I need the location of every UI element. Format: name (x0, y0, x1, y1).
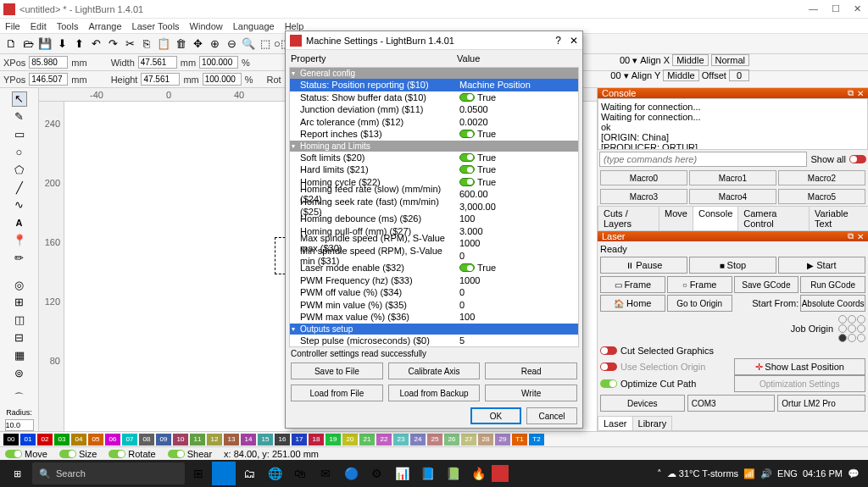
notifications-icon[interactable]: 💬 (848, 468, 860, 479)
polygon-tool-icon[interactable]: ⬠ (12, 162, 27, 177)
calibrate-axis-button[interactable]: Calibrate Axis (388, 362, 481, 379)
new-icon[interactable]: 🗋 (3, 36, 19, 52)
read-button[interactable]: Read (485, 362, 577, 379)
move-toggle[interactable] (5, 450, 22, 458)
pen-tool-icon[interactable]: ✏ (12, 250, 27, 265)
device-select[interactable]: Ortur LM2 Pro (777, 395, 865, 412)
setting-row[interactable]: PWM min value (%) ($35)0 (290, 299, 578, 312)
settings-icon[interactable]: ⚙ (364, 462, 388, 485)
align-y-select[interactable]: Middle (663, 69, 698, 81)
start-from-select[interactable]: Absolute Coords (800, 295, 865, 312)
taskbar-search[interactable]: 🔍 Search (32, 462, 185, 484)
select-rect-icon[interactable]: ⬚ (258, 36, 273, 52)
colour-swatch-15[interactable]: 15 (258, 434, 273, 445)
menu-tools[interactable]: Tools (57, 21, 79, 31)
array-tool-icon[interactable]: ⊟ (12, 330, 27, 346)
copy-icon[interactable]: ⎘ (139, 36, 154, 52)
setting-row[interactable]: Hard limits ($21)True (290, 163, 578, 176)
panel-close-icon[interactable]: ✕ (857, 89, 864, 98)
paste-icon[interactable]: 📋 (156, 36, 171, 52)
menu-edit[interactable]: Edit (31, 21, 47, 31)
menu-laser-tools[interactable]: Laser Tools (132, 21, 180, 31)
colour-swatch-02[interactable]: 02 (37, 434, 53, 445)
macro-button-5[interactable]: Macro5 (778, 189, 865, 204)
setting-row[interactable]: Soft limits ($20)True (290, 152, 578, 164)
move-icon[interactable]: ✥ (190, 36, 205, 52)
stop-button[interactable]: ■ Stop (689, 257, 776, 274)
macro-button-1[interactable]: Macro1 (689, 170, 776, 185)
size-toggle[interactable] (59, 450, 76, 458)
setting-row[interactable]: PWM max value (%) ($36)100 (290, 311, 578, 324)
colour-swatch-00[interactable]: 00 (3, 434, 19, 445)
go-origin-button[interactable]: Go to Origin (667, 295, 732, 312)
show-last-button[interactable]: ✛ Show Last Position (734, 358, 866, 375)
home-button[interactable]: 🏠 Home (600, 295, 665, 312)
height-input[interactable] (141, 73, 180, 86)
chrome-icon[interactable]: 🔵 (339, 462, 363, 485)
setting-row[interactable]: Min spindle speed (RPM), S-Value min ($3… (290, 250, 578, 263)
select-tool-icon[interactable]: ↖ (12, 91, 27, 107)
colour-swatch-08[interactable]: 08 (139, 434, 154, 445)
lightburn-taskbar-icon[interactable] (492, 465, 509, 482)
tab-console[interactable]: Console (693, 206, 738, 230)
section-header[interactable]: Homing and Limits (290, 141, 578, 152)
colour-swatch-26[interactable]: 26 (444, 434, 459, 445)
curve-tool-icon[interactable]: ∿ (12, 197, 27, 213)
colour-swatch-T1[interactable]: T1 (512, 434, 527, 445)
marker-tool-icon[interactable]: 📍 (12, 233, 27, 248)
rectangle-tool-icon[interactable]: ▭ (12, 127, 27, 142)
close-button[interactable]: ✕ (854, 3, 861, 14)
radius-input[interactable] (5, 419, 34, 431)
setting-row[interactable]: Status: Position reporting ($10)Machine … (290, 79, 578, 91)
line-tool-icon[interactable]: ╱ (12, 180, 27, 195)
job-origin-grid[interactable] (838, 315, 865, 342)
setting-row[interactable]: Report inches ($13)True (290, 128, 578, 141)
macro-button-2[interactable]: Macro2 (778, 170, 865, 185)
oframe-button[interactable]: ○ Frame (667, 276, 732, 293)
taskbar-app-icon[interactable] (212, 462, 236, 485)
com-select[interactable]: COM3 (687, 395, 776, 412)
colour-swatch-17[interactable]: 17 (292, 434, 307, 445)
setting-row[interactable]: Junction deviation (mm) ($11)0.0500 (290, 103, 578, 116)
menu-file[interactable]: File (5, 21, 20, 31)
width-input[interactable] (138, 56, 177, 69)
macro-button-0[interactable]: Macro0 (600, 170, 687, 185)
console-output[interactable]: Waiting for connection...Waiting for con… (598, 98, 868, 150)
zoom-in-icon[interactable]: ⊕ (207, 36, 222, 52)
section-header[interactable]: Outputs setup (290, 324, 578, 335)
colour-swatch-11[interactable]: 11 (190, 434, 205, 445)
weather[interactable]: ☁ 31°C T-storms (667, 468, 738, 479)
colour-swatch-24[interactable]: 24 (410, 434, 426, 445)
tab-move[interactable]: Move (659, 206, 693, 230)
setting-row[interactable]: Step pulse (microseconds) ($0)5 (290, 335, 578, 347)
colour-swatch-09[interactable]: 09 (156, 434, 171, 445)
setting-row[interactable]: PWM off value (%) ($34)0 (290, 286, 578, 299)
opt-settings-button[interactable]: Optimization Settings (734, 375, 866, 392)
console-panel-header[interactable]: Console ⧉ ✕ (598, 88, 868, 98)
colour-swatch-25[interactable]: 25 (427, 434, 442, 445)
ypos-input[interactable] (29, 73, 68, 86)
colour-swatch-16[interactable]: 16 (275, 434, 290, 445)
import-icon[interactable]: ⬇ (54, 36, 70, 52)
undo-icon[interactable]: ↶ (88, 36, 103, 52)
colour-swatch-13[interactable]: 13 (224, 434, 239, 445)
colour-swatch-05[interactable]: 05 (88, 434, 103, 445)
text-tool-icon[interactable]: A (12, 215, 27, 230)
cut-icon[interactable]: ✂ (122, 36, 137, 52)
tab-camera-control[interactable]: Camera Control (737, 206, 810, 230)
circular-array-icon[interactable]: ⊚ (12, 365, 27, 380)
colour-swatch-06[interactable]: 06 (105, 434, 120, 445)
normal-select[interactable]: Normal (711, 54, 749, 66)
write-button[interactable]: Write (485, 385, 577, 401)
colour-swatch-21[interactable]: 21 (359, 434, 375, 445)
setting-row[interactable]: Homing seek rate (fast) (mm/min) ($25)3,… (290, 201, 578, 213)
tab-library[interactable]: Library (632, 416, 673, 430)
devices-button[interactable]: Devices (600, 395, 685, 412)
weld-tool-icon[interactable]: ⊞ (12, 295, 27, 310)
network-icon[interactable]: 📶 (743, 468, 755, 479)
cancel-button[interactable]: Cancel (526, 407, 577, 424)
colour-swatch-14[interactable]: 14 (241, 434, 256, 445)
load-from-backup-button[interactable]: Load from Backup (388, 385, 481, 401)
colour-swatch-19[interactable]: 19 (326, 434, 341, 445)
scale-y-input[interactable] (203, 73, 242, 86)
